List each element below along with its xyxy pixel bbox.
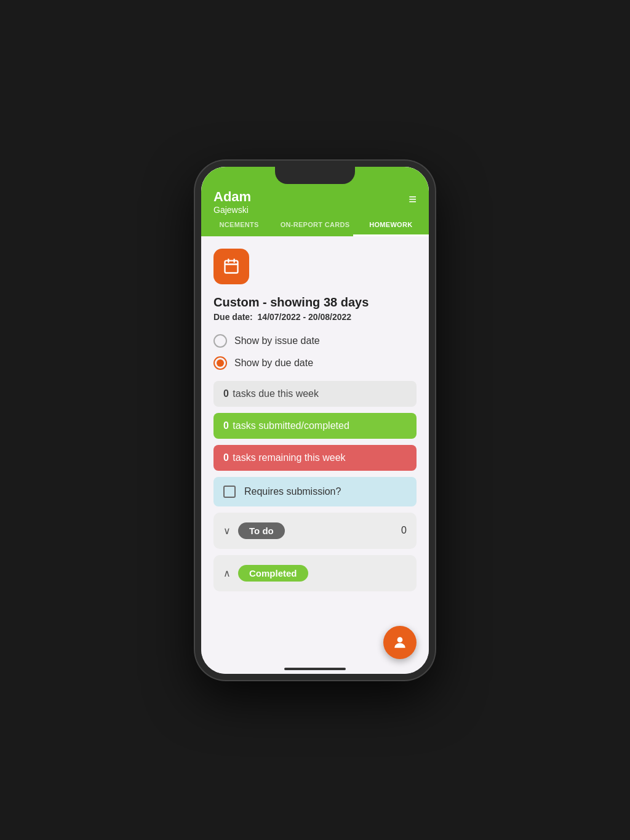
fab-button[interactable] [383, 626, 417, 659]
svg-rect-0 [225, 260, 238, 273]
calendar-icon [223, 258, 240, 275]
completed-section[interactable]: ∧ Completed [213, 555, 417, 591]
due-date-label: Due date: [213, 312, 253, 322]
radio-due-date[interactable]: Show by due date [213, 356, 417, 370]
calendar-button[interactable] [213, 249, 249, 284]
header-user: Adam Gajewski [213, 189, 251, 215]
tab-bar: NCEMENTS ON-REPORT CARDS HOMEWORK [201, 215, 429, 236]
user-name: Adam [213, 189, 251, 205]
tasks-due-label: tasks due this week [233, 388, 319, 399]
radio-circle-due [213, 356, 227, 370]
tasks-remaining-label: tasks remaining this week [233, 452, 345, 463]
tasks-due-count: 0 [223, 388, 229, 399]
tasks-submitted-count: 0 [223, 420, 229, 431]
user-icon [392, 634, 408, 650]
phone-frame: Adam Gajewski ≡ NCEMENTS ON-REPORT CARDS… [195, 161, 435, 680]
home-indicator [284, 668, 346, 670]
tab-report-cards[interactable]: ON-REPORT CARDS [277, 215, 353, 236]
notch [275, 167, 355, 184]
due-date-value: 14/07/2022 - 20/08/2022 [258, 312, 352, 322]
radio-issue-date[interactable]: Show by issue date [213, 334, 417, 348]
radio-label-due: Show by due date [234, 358, 313, 369]
date-range-subtitle: Due date: 14/07/2022 - 20/08/2022 [213, 312, 417, 322]
tab-announcements[interactable]: NCEMENTS [201, 215, 277, 236]
tab-homework[interactable]: HOMEWORK [353, 215, 429, 236]
todo-section-left: ∨ To do [223, 522, 285, 539]
date-range-title: Custom - showing 38 days [213, 295, 417, 310]
tasks-due-bar: 0 tasks due this week [213, 381, 417, 407]
main-content: Custom - showing 38 days Due date: 14/07… [201, 236, 429, 610]
tasks-submitted-label: tasks submitted/completed [233, 420, 349, 431]
todo-count: 0 [401, 525, 407, 536]
user-surname: Gajewski [213, 205, 251, 215]
todo-chevron: ∨ [223, 525, 231, 537]
completed-section-left: ∧ Completed [223, 565, 308, 582]
completed-chevron: ∧ [223, 567, 231, 579]
radio-label-issue: Show by issue date [234, 335, 320, 346]
submission-checkbox[interactable] [223, 486, 236, 498]
menu-icon[interactable]: ≡ [409, 191, 417, 207]
todo-section[interactable]: ∨ To do 0 [213, 513, 417, 549]
radio-group: Show by issue date Show by due date [213, 334, 417, 370]
completed-badge: Completed [238, 565, 308, 582]
svg-point-4 [397, 637, 403, 642]
screen: Adam Gajewski ≡ NCEMENTS ON-REPORT CARDS… [201, 167, 429, 674]
tasks-submitted-bar: 0 tasks submitted/completed [213, 413, 417, 439]
submission-label: Requires submission? [244, 486, 341, 497]
tasks-remaining-bar: 0 tasks remaining this week [213, 445, 417, 471]
requires-submission-bar[interactable]: Requires submission? [213, 477, 417, 506]
todo-badge: To do [238, 522, 285, 539]
radio-circle-issue [213, 334, 227, 348]
tasks-remaining-count: 0 [223, 452, 229, 463]
